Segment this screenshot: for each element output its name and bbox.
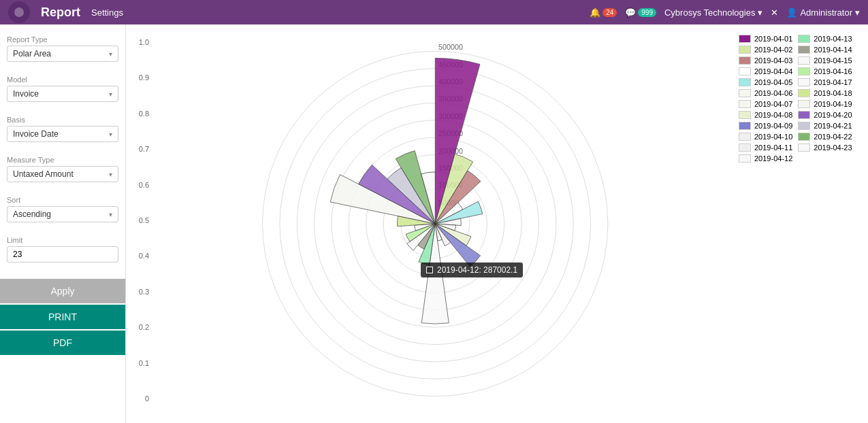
close-button[interactable]: ✕	[771, 7, 778, 18]
legend-color-box	[739, 100, 751, 108]
legend-item: 2019-04-01	[739, 35, 792, 43]
legend-date-label: 2019-04-03	[754, 56, 792, 65]
legend-item: 2019-04-06	[739, 89, 792, 97]
legend-color-box	[739, 46, 751, 54]
measure-type-dropdown[interactable]: Untaxed Amount ▾	[7, 166, 118, 182]
legend-item: 2019-04-12	[739, 154, 792, 163]
legend-date-label: 2019-04-01	[754, 35, 792, 43]
y-label-09: 0.9	[139, 73, 149, 82]
legend-item: 2019-04-14	[798, 46, 852, 54]
chart-area: 1.0 0.9 0.8 0.7 0.6 0.5 0.4 0.3 0.2 0.1 …	[126, 24, 868, 423]
basis-dropdown[interactable]: Invoice Date ▾	[7, 126, 118, 142]
sort-value: Ascending	[13, 209, 51, 219]
legend-color-box	[739, 143, 751, 152]
legend-color-box	[739, 111, 751, 119]
legend-date-label: 2019-04-11	[754, 143, 792, 152]
legend-item: 2019-04-16	[798, 67, 852, 75]
legend-date-label: 2019-04-21	[814, 122, 852, 130]
legend-container: 2019-04-012019-04-022019-04-032019-04-04…	[732, 24, 868, 423]
legend-color-box	[798, 111, 810, 119]
legend-date-label: 2019-04-17	[814, 78, 852, 86]
legend-date-label: 2019-04-23	[814, 143, 852, 152]
y-label-02: 0.2	[139, 323, 149, 331]
legend-item: 2019-04-02	[739, 46, 792, 54]
legend-color-box	[739, 78, 751, 86]
legend-item: 2019-04-18	[798, 89, 852, 97]
y-label-04: 0.4	[139, 252, 149, 260]
legend-item: 2019-04-07	[739, 100, 792, 108]
model-section: Model Invoice ▾	[0, 71, 125, 112]
messages-icon-group[interactable]: 💬 999	[625, 7, 656, 18]
svg-point-0	[14, 7, 24, 17]
chart-with-yaxis: 1.0 0.9 0.8 0.7 0.6 0.5 0.4 0.3 0.2 0.1 …	[126, 24, 732, 423]
polar-chart-svg: 500000 450000 400000 350000 300000 25000…	[152, 31, 732, 416]
chart-segments[interactable]	[330, 58, 483, 324]
legend-color-box	[739, 122, 751, 130]
measure-type-value: Untaxed Amount	[13, 169, 74, 179]
legend-date-label: 2019-04-22	[814, 133, 852, 141]
basis-label: Basis	[7, 116, 118, 124]
sidebar: Report Type Polar Area ▾ Model Invoice ▾…	[0, 24, 126, 423]
legend-item: 2019-04-11	[739, 143, 792, 152]
y-label-08: 0.8	[139, 109, 149, 118]
page-title: Report	[41, 5, 80, 20]
user-menu[interactable]: 👤 Administrator ▾	[786, 7, 860, 18]
legend-date-label: 2019-04-12	[754, 154, 792, 163]
limit-input[interactable]	[7, 246, 118, 263]
legend-item: 2019-04-23	[798, 143, 852, 152]
legend-date-label: 2019-04-15	[814, 56, 852, 65]
legend-color-box	[798, 133, 810, 141]
report-type-value: Polar Area	[13, 49, 51, 58]
legend-color-box	[798, 100, 810, 108]
report-type-label: Report Type	[7, 35, 118, 44]
y-label-01: 0.1	[139, 359, 149, 367]
model-dropdown[interactable]: Invoice ▾	[7, 86, 118, 102]
app-logo-icon	[8, 1, 30, 23]
legend-item: 2019-04-21	[798, 122, 852, 130]
legend-item: 2019-04-08	[739, 111, 792, 119]
y-label-05: 0.5	[139, 216, 149, 224]
basis-value: Invoice Date	[13, 129, 59, 139]
notifications-count: 24	[602, 8, 617, 17]
report-type-dropdown[interactable]: Polar Area ▾	[7, 46, 118, 62]
sort-chevron-icon: ▾	[109, 211, 112, 218]
chart-inner: 1.0 0.9 0.8 0.7 0.6 0.5 0.4 0.3 0.2 0.1 …	[126, 24, 868, 423]
apply-button[interactable]: Apply	[0, 279, 125, 303]
legend-item: 2019-04-13	[798, 35, 852, 43]
sort-dropdown[interactable]: Ascending ▾	[7, 206, 118, 222]
sort-label: Sort	[7, 196, 118, 204]
notifications-bell[interactable]: 🔔 24	[590, 7, 617, 18]
legend-color-box	[739, 56, 751, 65]
settings-link[interactable]: Settings	[91, 7, 123, 18]
print-button[interactable]: PRINT	[0, 305, 125, 329]
pdf-button[interactable]: PDF	[0, 331, 125, 355]
measure-type-section: Measure Type Untaxed Amount ▾	[0, 152, 125, 192]
legend-date-label: 2019-04-20	[814, 111, 852, 119]
legend-item: 2019-04-17	[798, 78, 852, 86]
basis-chevron-icon: ▾	[109, 131, 112, 138]
legend-date-label: 2019-04-14	[814, 46, 852, 54]
legend-color-box	[798, 67, 810, 75]
y-label-07: 0.7	[139, 145, 149, 153]
polar-chart-svg-wrapper: 500000 450000 400000 350000 300000 25000…	[152, 31, 732, 416]
report-type-chevron-icon: ▾	[109, 50, 112, 58]
legend-date-label: 2019-04-05	[754, 78, 792, 86]
y-label-10: 1.0	[139, 38, 149, 46]
legend-date-label: 2019-04-19	[814, 100, 852, 108]
y-label-03: 0.3	[139, 288, 149, 296]
legend-date-label: 2019-04-02	[754, 46, 792, 54]
legend-date-label: 2019-04-09	[754, 122, 792, 130]
legend-item: 2019-04-20	[798, 111, 852, 119]
legend-date-label: 2019-04-16	[814, 67, 852, 75]
user-icon: 👤	[786, 7, 797, 18]
header-right: 🔔 24 💬 999 Cybrosys Technologies ▾ ✕ 👤 A…	[590, 7, 860, 18]
legend-color-box	[798, 35, 810, 43]
legend-color-box	[798, 56, 810, 65]
legend-date-label: 2019-04-06	[754, 89, 792, 97]
legend-item: 2019-04-10	[739, 133, 792, 141]
report-type-section: Report Type Polar Area ▾	[0, 31, 125, 71]
sort-section: Sort Ascending ▾	[0, 192, 125, 232]
model-label: Model	[7, 75, 118, 84]
legend-color-box	[739, 89, 751, 97]
company-selector[interactable]: Cybrosys Technologies ▾	[664, 7, 762, 18]
